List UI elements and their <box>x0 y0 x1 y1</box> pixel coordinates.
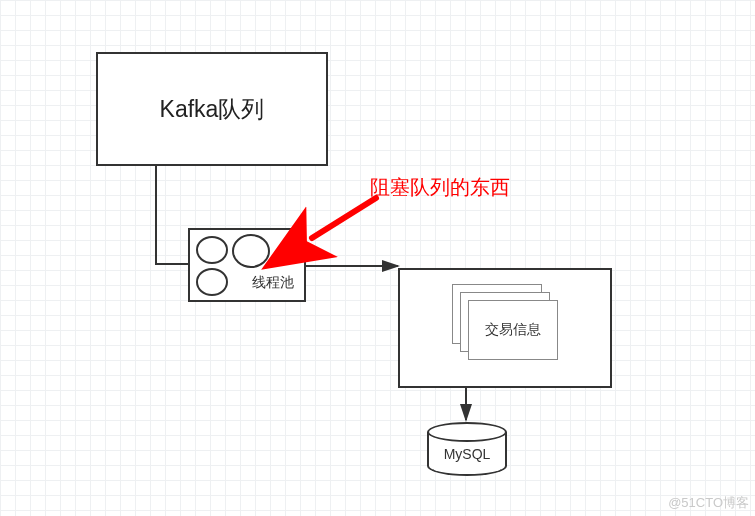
mysql-label: MySQL <box>427 446 507 462</box>
thread-icon <box>196 236 228 264</box>
transaction-box: 交易信息 <box>398 268 612 388</box>
thread-pool-box: 线程池 <box>188 228 306 302</box>
thread-icon <box>232 234 270 268</box>
cylinder-top <box>427 422 507 442</box>
annotation-arrow-icon <box>312 198 376 238</box>
watermark: @51CTO博客 <box>668 494 749 512</box>
transaction-card-front: 交易信息 <box>468 300 558 360</box>
kafka-queue-box: Kafka队列 <box>96 52 328 166</box>
thread-pool-label: 线程池 <box>252 274 294 292</box>
mysql-db: MySQL <box>427 422 507 478</box>
kafka-queue-label: Kafka队列 <box>98 54 326 164</box>
annotation-text: 阻塞队列的东西 <box>370 174 510 201</box>
transaction-label: 交易信息 <box>485 321 541 339</box>
thread-icon <box>196 268 228 296</box>
